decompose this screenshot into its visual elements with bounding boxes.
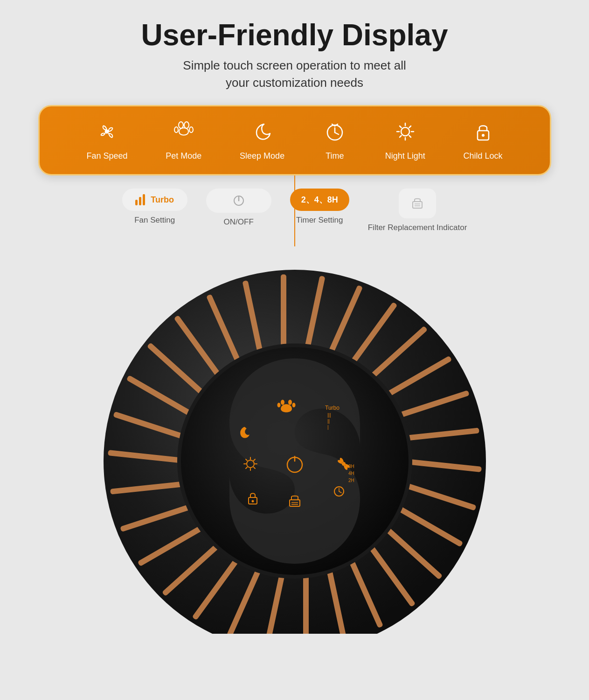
feature-time: Time xyxy=(323,119,347,161)
svg-point-10 xyxy=(401,127,409,136)
time-icon xyxy=(323,119,347,147)
svg-line-17 xyxy=(409,126,411,128)
filter-label: Filter Replacement Indicator xyxy=(368,223,467,232)
svg-point-4 xyxy=(189,127,193,133)
header-section: User-Friendly Display Simple touch scree… xyxy=(141,19,448,91)
timer-value: 2、4、8H xyxy=(301,195,338,204)
svg-point-1 xyxy=(179,122,183,128)
onoff-pill xyxy=(206,189,271,213)
sleep-mode-label: Sleep Mode xyxy=(240,151,284,161)
svg-line-7 xyxy=(335,133,339,134)
pet-mode-icon xyxy=(172,119,196,147)
night-light-label: Night Light xyxy=(385,151,425,161)
feature-panel: Fan Speed Pet Mode Sleep Mode xyxy=(38,105,551,175)
timer-control: 2、4、8H Timer Setting xyxy=(290,189,349,232)
child-lock-label: Child Lock xyxy=(464,151,503,161)
power-icon xyxy=(232,194,245,207)
svg-text:4H: 4H xyxy=(348,471,354,476)
main-title: User-Friendly Display xyxy=(141,19,448,51)
fan-setting-control: Turbo Fan Setting xyxy=(122,189,187,232)
svg-point-61 xyxy=(288,400,292,405)
device-section: Turbo ||| || | xyxy=(0,251,589,634)
timer-label: Timer Setting xyxy=(296,216,343,225)
fan-setting-label: Fan Setting xyxy=(134,216,175,225)
pet-mode-label: Pet Mode xyxy=(166,151,201,161)
svg-text:|: | xyxy=(327,425,329,430)
svg-line-18 xyxy=(400,136,402,138)
svg-text:8H: 8H xyxy=(348,464,354,469)
controls-wrapper: Turbo Fan Setting ON/OFF 2、4、8H xyxy=(38,189,551,246)
device-illustration: Turbo ||| || | xyxy=(85,251,505,634)
svg-text:2H: 2H xyxy=(348,478,354,483)
svg-text:Turbo: Turbo xyxy=(325,405,340,411)
feature-fan-speed: Fan Speed xyxy=(86,119,127,161)
sleep-mode-icon xyxy=(250,119,274,147)
svg-point-20 xyxy=(482,134,485,137)
feature-night-light: Night Light xyxy=(385,119,425,161)
svg-line-15 xyxy=(400,126,402,128)
fan-setting-pill: Turbo xyxy=(122,189,187,211)
connector-line xyxy=(294,175,295,246)
svg-text:||: || xyxy=(327,419,330,424)
timer-pill: 2、4、8H xyxy=(290,189,349,211)
onoff-control: ON/OFF xyxy=(206,189,271,232)
speed-bars xyxy=(135,194,145,205)
svg-point-62 xyxy=(277,403,280,407)
svg-point-87 xyxy=(251,500,254,503)
filter-icon xyxy=(409,195,426,212)
subtitle: Simple touch screen operation to meet al… xyxy=(141,57,448,91)
onoff-label: ON/OFF xyxy=(224,217,254,227)
svg-point-60 xyxy=(281,400,284,405)
main-container: User-Friendly Display Simple touch scree… xyxy=(9,19,580,634)
turbo-label: Turbo xyxy=(151,195,174,205)
svg-point-3 xyxy=(174,127,178,133)
svg-line-16 xyxy=(409,136,411,138)
filter-control: Filter Replacement Indicator xyxy=(368,189,467,232)
svg-point-63 xyxy=(292,403,295,407)
svg-rect-23 xyxy=(413,202,422,208)
feature-pet-mode: Pet Mode xyxy=(166,119,201,161)
svg-text:|||: ||| xyxy=(327,413,331,418)
feature-sleep-mode: Sleep Mode xyxy=(240,119,284,161)
filter-pill xyxy=(399,189,436,218)
svg-point-2 xyxy=(184,122,189,128)
device-svg: Turbo ||| || | xyxy=(85,251,505,634)
fan-speed-label: Fan Speed xyxy=(86,151,127,161)
night-light-icon xyxy=(393,119,417,147)
time-label: Time xyxy=(326,151,344,161)
fan-speed-icon xyxy=(95,119,119,147)
svg-point-79 xyxy=(342,462,346,466)
svg-point-0 xyxy=(105,130,109,133)
child-lock-icon xyxy=(471,119,495,147)
feature-child-lock: Child Lock xyxy=(464,119,503,161)
